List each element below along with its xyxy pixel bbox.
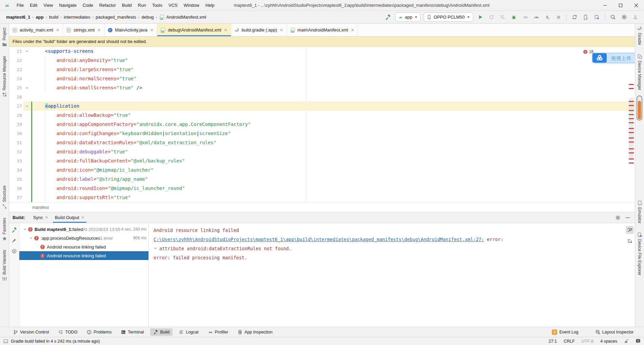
menu-edit[interactable]: Edit [27,0,40,10]
toolwindow-button-device-manager[interactable]: Device Manager [637,54,642,90]
toolwindow-bar-terminal[interactable]: Terminal [118,328,147,336]
tree-chevron-icon[interactable] [28,236,34,240]
editor-tab[interactable]: MFdebug\AndroidManifest.xml✕ [157,24,231,36]
code-line[interactable]: 28 android:allowBackup="true" [9,111,635,120]
error-stripe-mark[interactable] [629,142,634,143]
toolwindow-toggle-icon[interactable] [3,339,8,344]
breadcrumb-item[interactable]: build [48,14,60,20]
editor-tab[interactable]: activity_main.xml✕ [9,24,63,36]
error-stripe-mark[interactable] [629,110,634,111]
fold-marker-up[interactable] [23,83,30,92]
device-manager-icon[interactable] [582,13,590,21]
menu-file[interactable]: File [14,0,27,10]
menu-tools[interactable]: Tools [149,0,165,10]
tab-close-icon[interactable]: ✕ [224,28,227,33]
toolwindow-bar-version-control[interactable]: Version Control [10,328,52,336]
toolwindow-bar-profiler[interactable]: Profiler [205,328,232,336]
error-stripe-mark[interactable] [629,158,634,159]
menu-refactor[interactable]: Refactor [96,0,119,10]
breadcrumb-file[interactable]: MFAndroidManifest.xml [158,14,208,21]
tab-close-icon[interactable]: ✕ [280,28,283,33]
breadcrumb-item[interactable]: maptest6_1 [5,14,32,20]
tree-chevron-icon[interactable] [22,228,27,231]
tab-close-icon[interactable]: ✕ [56,28,59,33]
toolwindow-bar-logcat[interactable]: Logcat [176,328,202,336]
menu-code[interactable]: Code [80,0,96,10]
menu-view[interactable]: View [40,0,56,10]
build-settings-gear-icon[interactable] [615,215,621,220]
toolwindow-bar-layout-inspector[interactable]: Layout Inspector [592,328,637,336]
menu-run[interactable]: Run [135,0,149,10]
tab-close-icon[interactable]: ✕ [81,215,84,220]
lock-icon[interactable] [624,339,629,344]
line-separator[interactable]: CRLF [564,339,575,344]
code-line[interactable]: 22 android:anyDensity="true" [9,56,635,65]
soft-wrap-icon[interactable] [626,226,634,234]
build-tree-row[interactable]: Build maptest6_1: failed At 2022/8/23 13… [19,225,148,234]
apply-code-changes-icon[interactable] [543,13,551,21]
code-line[interactable]: 29 android:appComponentFactory="androidx… [9,120,635,129]
code-line[interactable]: 36 android:roundIcon="@mipmap/ic_launche… [9,184,635,193]
build-tree-row[interactable]: :app:processDebugResources 1 error906 ms [19,234,148,242]
tab-close-icon[interactable]: ✕ [351,28,354,33]
scroll-to-end-icon[interactable] [626,237,634,245]
build-tab-sync[interactable]: Sync✕ [30,212,52,223]
menu-window[interactable]: Window [181,0,202,10]
profile-icon[interactable] [532,13,540,21]
code-line[interactable]: 23 android:largeScreens="true" [9,65,635,74]
editor-breadcrumb-bar[interactable]: manifest [9,202,635,212]
toolwindow-bar-build[interactable]: Build [150,328,173,336]
editor-tab[interactable]: strings.xml✕ [63,24,104,36]
toolwindow-bar-todo[interactable]: TODO [55,328,80,336]
error-stripe-mark[interactable] [629,122,634,123]
toolwindow-bar-problems[interactable]: Problems [84,328,115,336]
error-stripe-mark[interactable] [629,101,634,102]
menu-build[interactable]: Build [119,0,135,10]
build-tree-row[interactable]: Android resource linking failed [19,242,148,251]
collapse-chevron-icon[interactable] [154,244,157,253]
toolwindow-bar-app-inspection[interactable]: App Inspection [235,328,276,336]
drag-upload-overlay[interactable]: 拖拽上传 [592,53,635,63]
code-line[interactable]: 32 android:debuggable="true" [9,147,635,156]
profile-avatar-icon[interactable] [631,13,639,21]
caret-position[interactable]: 27:1 [549,339,557,344]
search-everywhere-icon[interactable] [609,13,617,21]
device-select[interactable]: OPPO PCLM50 ▼ [424,13,473,22]
code-line[interactable]: 35 android:label="@string/app_name" [9,175,635,184]
indent-style[interactable]: 4 spaces [600,339,617,344]
apply-changes-icon[interactable] [487,13,496,21]
stop-icon[interactable] [555,13,563,21]
code-line[interactable]: 30 android:configChanges="keyboardHidden… [9,129,635,138]
code-line[interactable]: 34 android:icon="@mipmap/ic_launcher" [9,166,635,175]
menu-vcs[interactable]: VCS [165,0,181,10]
build-tab-build-output[interactable]: Build Output✕ [52,212,88,223]
debug-icon[interactable] [510,13,518,21]
menu-help[interactable]: Help [202,0,218,10]
error-stripe-mark[interactable] [629,105,634,106]
code-line[interactable]: 26 [9,92,635,102]
settings-gear-icon[interactable] [620,13,628,21]
run-with-coverage-icon[interactable] [499,13,507,21]
inspect-eye-icon[interactable] [12,249,17,254]
editor-tab[interactable]: MFmain\AndroidManifest.xml✕ [287,24,358,36]
maximize-button[interactable] [613,0,628,11]
toolwindow-button-emulator[interactable]: Emulator [637,200,642,223]
fold-marker-down[interactable] [23,47,30,56]
status-message[interactable]: Gradle build failed in 4 s 242 ms (a min… [11,339,100,344]
minimize-button[interactable] [597,0,613,11]
menu-navigate[interactable]: Navigate [56,0,79,10]
build-hammer-icon[interactable] [384,13,392,21]
error-stripe-mark[interactable] [629,148,634,149]
code-line[interactable]: 21 <supports-screens [9,47,635,56]
breadcrumb-item[interactable]: debug [140,14,155,20]
attach-debugger-icon[interactable] [521,13,529,21]
error-stripe-mark[interactable] [629,88,634,89]
tab-close-icon[interactable]: ✕ [97,28,101,33]
toolwindow-button-device-file-explorer[interactable]: Device File Explorer [637,232,642,275]
run-button[interactable] [476,13,484,21]
error-stripe-mark[interactable] [629,84,634,85]
editor-tab[interactable]: CMainActivity.java✕ [104,24,157,36]
error-stripe-mark[interactable] [629,163,634,164]
breadcrumb-manifest[interactable]: manifest [32,205,49,210]
file-encoding[interactable]: UTF-8 [582,339,593,344]
